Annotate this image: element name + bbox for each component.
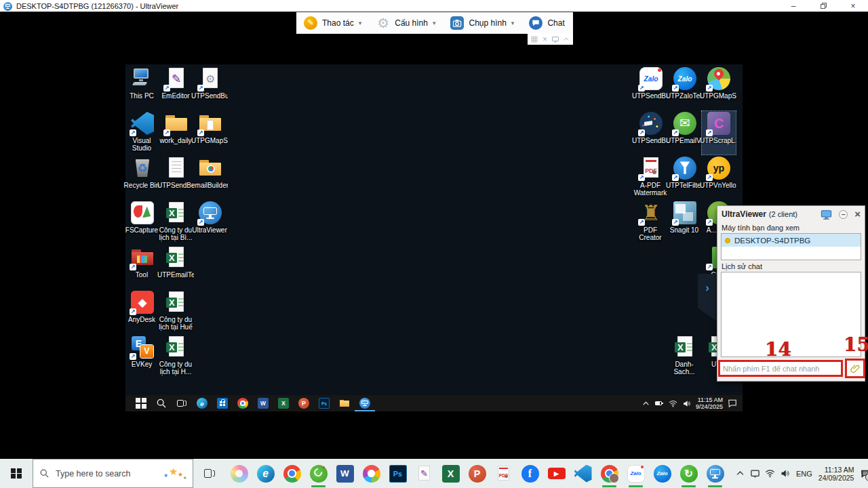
powerpoint-taskbar-button[interactable]: P xyxy=(294,395,314,411)
attach-button[interactable] xyxy=(845,359,865,378)
chevron-down-icon[interactable]: ▾ xyxy=(511,20,515,26)
desktop-icon[interactable]: Zalo↗UTPSendBu... xyxy=(634,66,668,110)
task-view-button[interactable] xyxy=(193,459,226,488)
chrome-taskbar-button[interactable] xyxy=(279,459,305,488)
refresh-taskbar-button[interactable]: ↻ xyxy=(675,459,702,488)
desktop-icon[interactable]: Zalo↗UTPZaloTel... xyxy=(668,66,702,110)
task-view-taskbar-button[interactable] xyxy=(172,395,192,411)
chrome-profile-taskbar-button[interactable] xyxy=(596,459,623,488)
speaker-tray-button[interactable] xyxy=(682,399,691,408)
excel-sq-taskbar-button[interactable]: X xyxy=(273,395,294,411)
copilot-icon xyxy=(231,465,248,483)
speaker-tray-button[interactable] xyxy=(780,468,790,479)
battery-tray-button[interactable] xyxy=(655,399,664,408)
desktop-icon[interactable]: FSCapture xyxy=(125,201,159,244)
chevron-up-mini-button[interactable] xyxy=(562,35,570,43)
coccoc-taskbar-button[interactable] xyxy=(305,459,332,488)
computer-list-item[interactable]: DESKTOP-S4DTPBG xyxy=(722,234,861,247)
desktop-icon[interactable]: ↗UTPGMapS... xyxy=(193,111,227,155)
taskbar-search-box[interactable]: Type here to search ★★★★ xyxy=(33,459,193,488)
notification-tray-button[interactable] xyxy=(728,399,737,408)
desktop-icon[interactable]: PDF↗A-PDF Watermark xyxy=(634,156,668,199)
desktop-icon[interactable]: ◆↗AnyDesk xyxy=(125,290,159,333)
desktop-icon[interactable]: XUTPEmailTe... xyxy=(159,245,193,289)
excel-sq-taskbar-button[interactable]: X xyxy=(437,459,464,488)
screen-view-button[interactable] xyxy=(821,207,832,220)
search-taskbar-button[interactable] xyxy=(151,395,172,411)
restore-button[interactable] xyxy=(808,0,838,12)
desktop-icon[interactable]: This PC xyxy=(125,66,159,110)
chrome-taskbar-button[interactable] xyxy=(233,395,253,411)
remote-desktop-view[interactable]: This PC✎↗EmEditor⚙↗UTPSendBu...↗Visual S… xyxy=(125,64,743,411)
cast-tray-button[interactable] xyxy=(750,468,760,479)
paint-taskbar-button[interactable] xyxy=(358,459,384,488)
zalo-square-taskbar-button[interactable]: Zalo xyxy=(623,459,649,488)
toolbar-item-config[interactable]: ⚙Cấu hình▾ xyxy=(369,12,443,33)
wifi-tray-button[interactable] xyxy=(669,399,677,408)
desktop-icon[interactable]: ✎↗EmEditor xyxy=(159,66,193,110)
desktop-icon[interactable]: XCông ty du lịch tại Huế xyxy=(159,290,193,333)
facebook-taskbar-button[interactable]: f xyxy=(517,459,543,488)
remote-clock[interactable]: 11:15 AM 9/24/2025 xyxy=(696,396,723,410)
photoshop-taskbar-button[interactable]: Ps xyxy=(314,395,334,411)
close-panel-button[interactable]: × xyxy=(854,209,861,219)
desktop-icon[interactable]: ↗UTPTelFilte... xyxy=(668,156,702,199)
minimize-panel-button[interactable]: – xyxy=(838,207,848,220)
desktop-icon[interactable]: C↗UTPScrapL... xyxy=(702,111,736,155)
powerpoint-taskbar-button[interactable]: P xyxy=(464,459,490,488)
desktop-icon[interactable]: ↗UTPGMapS... xyxy=(702,66,736,110)
ultraviewer-taskbar-button[interactable] xyxy=(355,395,375,411)
vscode-taskbar-button[interactable] xyxy=(570,459,596,488)
desktop-icon[interactable]: emailBuilder xyxy=(193,156,227,199)
chevron-down-icon[interactable]: ▾ xyxy=(359,20,362,26)
desktop-icon[interactable]: ↗UTPSendBu... xyxy=(634,111,668,155)
start-button[interactable] xyxy=(0,459,33,488)
desktop-icon[interactable]: XCông ty du lịch tại Bì... xyxy=(159,201,193,244)
toolbar-item-capture[interactable]: Chụp hình▾ xyxy=(443,12,521,33)
desktop-icon[interactable]: ↗Tool xyxy=(125,245,159,289)
desktop-icon[interactable]: ↗Snagit 10 xyxy=(668,201,702,244)
toolbar-item-action[interactable]: ✎Thao tác▾ xyxy=(296,12,369,33)
notification-button[interactable]: 4 xyxy=(860,468,868,479)
grid-mini-button[interactable] xyxy=(530,35,538,43)
monitor-outline-mini-button[interactable] xyxy=(551,35,559,43)
toolbar-item-chat[interactable]: Chat xyxy=(521,12,572,33)
chevron-up-tray-button[interactable] xyxy=(642,399,650,408)
close-button[interactable]: × xyxy=(838,0,868,12)
chevron-down-icon[interactable]: ▾ xyxy=(433,20,436,26)
chevron-up-tray-button[interactable] xyxy=(735,468,745,479)
chat-input[interactable] xyxy=(718,360,843,377)
edge-taskbar-button[interactable]: e xyxy=(252,459,279,488)
photoshop-taskbar-button[interactable]: Ps xyxy=(384,459,411,488)
minimize-button[interactable]: – xyxy=(778,0,808,12)
edge-taskbar-button[interactable]: e xyxy=(192,395,212,411)
desktop-icon[interactable]: XCông ty du lịch tại H... xyxy=(159,335,193,378)
explorer-taskbar-button[interactable] xyxy=(334,395,355,411)
apdf-taskbar-button[interactable]: PDF xyxy=(490,459,517,488)
word-taskbar-button[interactable]: W xyxy=(253,395,273,411)
desktop-icon[interactable]: ✉↗UTPEmailV... xyxy=(668,111,702,155)
desktop-icon[interactable]: ↗UltraViewer xyxy=(193,201,227,244)
desktop-icon[interactable]: EV↗EVKey xyxy=(125,335,159,378)
desktop-icon[interactable]: ↗work_daily xyxy=(159,111,193,155)
desktop-icon[interactable]: UTPSendBu... xyxy=(159,156,193,199)
word-taskbar-button[interactable]: W xyxy=(332,459,358,488)
desktop-icon[interactable]: ♜↗PDF Creator Plus 4.0 xyxy=(634,201,668,244)
computer-list[interactable]: DESKTOP-S4DTPBG xyxy=(721,233,861,260)
desktop-icon[interactable]: yp↗UTPVnYello... xyxy=(702,156,736,199)
emeditor-taskbar-button[interactable]: ✎ xyxy=(411,459,437,488)
zalo-circle-taskbar-button[interactable]: Zalo xyxy=(649,459,675,488)
local-clock[interactable]: 11:13 AM 24/09/2025 xyxy=(818,466,854,482)
copilot-taskbar-button[interactable] xyxy=(226,459,252,488)
desktop-icon[interactable]: ↗Visual Studio Code xyxy=(125,111,159,155)
wifi-tray-button[interactable] xyxy=(765,468,775,479)
desktop-icon[interactable]: XDanh-Sach... xyxy=(668,335,702,378)
store-taskbar-button[interactable] xyxy=(212,395,233,411)
desktop-icon[interactable]: ⚙↗UTPSendBu... xyxy=(193,66,227,110)
close-small-mini-button[interactable]: × xyxy=(541,35,549,43)
start-taskbar-button[interactable] xyxy=(131,395,151,411)
youtube-taskbar-button[interactable]: ▶ xyxy=(543,459,570,488)
language-indicator[interactable]: ENG xyxy=(796,470,812,478)
desktop-icon[interactable]: ♻Recycle Bin xyxy=(125,156,159,199)
ultraviewer-taskbar-button[interactable] xyxy=(702,459,728,488)
